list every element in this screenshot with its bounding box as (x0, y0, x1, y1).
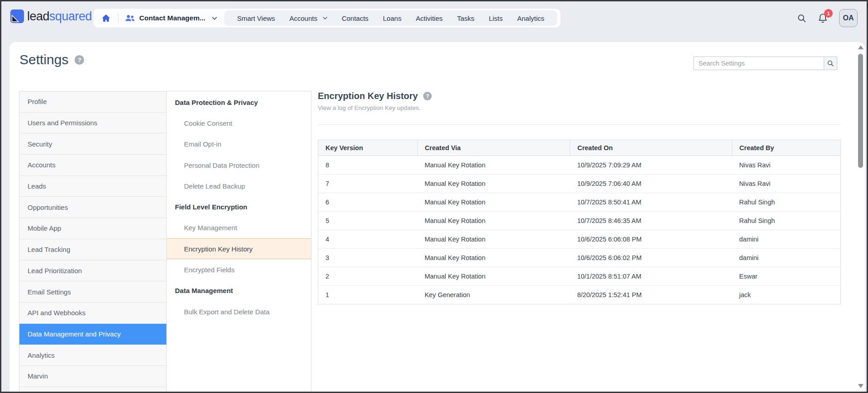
nav-item-accounts[interactable]: Accounts (289, 14, 327, 22)
table-cell: Manual Key Rotation (417, 193, 570, 212)
home-button[interactable] (100, 13, 112, 24)
user-avatar[interactable]: OA (839, 9, 858, 27)
table-cell: 10/7/2025 8:46:35 AM (570, 212, 732, 230)
subnav-header-data-management: Data Management (167, 280, 311, 301)
vertical-scrollbar[interactable] (857, 42, 864, 392)
settings-search (693, 57, 837, 70)
table-cell: Nivas Ravi (732, 156, 840, 175)
subnav-item-personal-data-protection[interactable]: Personal Data Protection (167, 155, 311, 175)
table-cell: Nivas Ravi (732, 175, 840, 193)
column-header-created-by: Created By (732, 140, 840, 156)
table-cell: Manual Key Rotation (417, 175, 570, 193)
table-cell: damini (732, 230, 840, 249)
logo-lead: lead (27, 9, 49, 23)
workspace-selector[interactable]: Contact Managem... (125, 14, 217, 22)
scroll-down-icon[interactable] (858, 384, 863, 388)
subnav-header-data-protection-privacy: Data Protection & Privacy (167, 92, 311, 113)
table-cell: 8 (318, 156, 418, 175)
subnav-item-delete-lead-backup[interactable]: Delete Lead Backup (167, 175, 311, 196)
table-cell: Manual Key Rotation (417, 230, 570, 249)
subnav-item-encrypted-fields[interactable]: Encrypted Fields (167, 259, 311, 280)
nav-item-tasks[interactable]: Tasks (457, 14, 474, 22)
nav-item-label: Lists (489, 14, 503, 22)
table-cell: 4 (318, 230, 418, 249)
settings-subnav: Data Protection & PrivacyCookie ConsentE… (166, 91, 311, 392)
workspace-label: Contact Managem... (139, 14, 205, 22)
sidebar-item-marvin[interactable]: Marvin (19, 366, 166, 387)
chevron-down-icon (323, 17, 327, 19)
sidebar-item-users-and-permissions[interactable]: Users and Permissions (19, 113, 166, 134)
table-cell: Rahul Singh (732, 212, 840, 230)
section-title: Encryption Key History (318, 91, 418, 101)
nav-item-loans[interactable]: Loans (383, 14, 401, 22)
table-row: 3Manual Key Rotation10/6/2025 6:06:02 PM… (318, 249, 841, 267)
table-cell: 1 (318, 286, 418, 304)
sidebar-item-profile[interactable]: Profile (19, 91, 166, 113)
sidebar-item-mobile-app[interactable]: Mobile App (19, 218, 166, 239)
table-row: 4Manual Key Rotation10/6/2025 6:06:08 PM… (318, 230, 841, 249)
chevron-down-icon (212, 17, 217, 20)
scrollbar-thumb[interactable] (858, 54, 863, 168)
table-row: 7Manual Key Rotation10/9/2025 7:06:40 AM… (318, 175, 841, 193)
leadsquared-logo[interactable]: leadsquared (10, 9, 92, 23)
nav-items: Smart ViewsAccountsContactsLoansActiviti… (224, 10, 557, 26)
sidebar-item-lead-tracking[interactable]: Lead Tracking (19, 239, 166, 260)
table-cell: 10/6/2025 6:06:08 PM (570, 230, 732, 249)
table-row: 6Manual Key Rotation10/7/2025 8:50:41 AM… (318, 193, 841, 212)
sidebar-item-api-and-webhooks[interactable]: API and Webhooks (19, 303, 166, 324)
sidebar-item-security[interactable]: Security (19, 133, 166, 155)
section-subtitle: View a log of Encryption Key updates. (318, 104, 841, 111)
subnav-item-email-opt-in[interactable]: Email Opt-in (167, 134, 311, 155)
sidebar-item-lead-prioritization[interactable]: Lead Prioritization (19, 260, 166, 282)
nav-item-smart-views[interactable]: Smart Views (237, 14, 275, 22)
settings-search-button[interactable] (824, 57, 837, 70)
nav-item-lists[interactable]: Lists (489, 14, 503, 22)
section-help-icon[interactable]: ? (423, 92, 432, 100)
nav-item-label: Accounts (289, 14, 317, 22)
nav-item-contacts[interactable]: Contacts (342, 14, 368, 22)
table-cell: 7 (318, 175, 418, 193)
subnav-item-key-management[interactable]: Key Management (167, 218, 311, 238)
nav-item-label: Analytics (517, 14, 544, 22)
nav-item-label: Tasks (457, 14, 474, 22)
notifications-button[interactable]: 1 (817, 13, 828, 24)
table-row: 1Key Generation8/20/2025 1:52:41 PMjack (318, 286, 841, 304)
table-cell: Manual Key Rotation (417, 156, 570, 175)
sidebar-item-email-settings[interactable]: Email Settings (19, 281, 166, 303)
users-icon (125, 14, 135, 22)
sidebar-item-accounts[interactable]: Accounts (19, 155, 166, 176)
topbar: leadsquared Contact Managem... (1, 1, 867, 35)
scroll-up-icon[interactable] (858, 45, 863, 49)
global-search-button[interactable] (797, 14, 807, 23)
nav-item-label: Loans (383, 14, 401, 22)
sidebar-item-analytics[interactable]: Analytics (19, 345, 166, 366)
nav-item-activities[interactable]: Activities (416, 14, 443, 22)
table-cell: 6 (318, 193, 418, 212)
settings-nav: ProfileUsers and PermissionsSecurityAcco… (19, 91, 311, 392)
page-help-icon[interactable]: ? (75, 55, 84, 65)
subnav-item-cookie-consent[interactable]: Cookie Consent (167, 113, 311, 133)
column-header-created-via: Created Via (417, 140, 570, 156)
search-icon (827, 60, 834, 67)
leadsquared-logo-text: leadsquared (27, 10, 92, 23)
settings-sidebar: ProfileUsers and PermissionsSecurityAcco… (19, 91, 166, 392)
subnav-item-bulk-export-and-delete-data[interactable]: Bulk Export and Delete Data (167, 301, 311, 322)
table-cell: 8/20/2025 1:52:41 PM (570, 286, 732, 304)
table-cell: Eswar (732, 267, 840, 286)
nav-item-label: Contacts (342, 14, 368, 22)
nav-item-analytics[interactable]: Analytics (517, 14, 544, 22)
sidebar-item-leads[interactable]: Leads (19, 176, 166, 197)
table-cell: jack (732, 286, 840, 304)
settings-page: Settings ? ProfileUsers and PermissionsS… (9, 42, 865, 392)
subnav-item-encryption-key-history[interactable]: Encryption Key History (167, 238, 311, 259)
column-header-key-version: Key Version (318, 140, 418, 156)
logo-squared: squared (49, 9, 92, 23)
sidebar-item-data-management-and-privacy[interactable]: Data Management and Privacy (19, 324, 166, 345)
settings-search-input[interactable] (693, 57, 824, 70)
table-row: 8Manual Key Rotation10/9/2025 7:09:29 AM… (318, 156, 841, 175)
table-cell: 10/6/2025 6:06:02 PM (570, 249, 732, 267)
sidebar-item-opportunities[interactable]: Opportunities (19, 197, 166, 218)
table-row: 5Manual Key Rotation10/7/2025 8:46:35 AM… (318, 212, 841, 230)
encryption-key-history-table: Key VersionCreated ViaCreated OnCreated … (318, 140, 841, 304)
table-row: 2Manual Key Rotation10/1/2025 8:51:07 AM… (318, 267, 841, 286)
